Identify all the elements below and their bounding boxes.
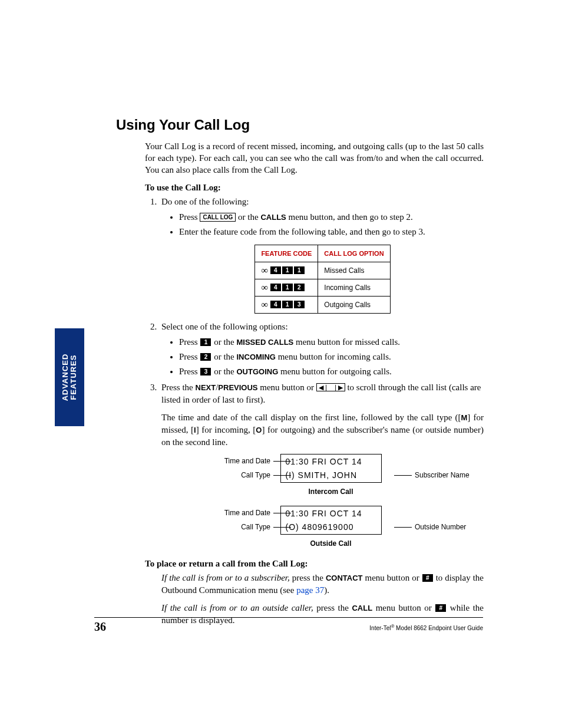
lcd-caption-outside: Outside Call: [161, 538, 500, 549]
lcd-label-time-date: Time and Date: [182, 507, 270, 519]
page-number: 36: [94, 620, 106, 634]
infinity-icon: ∞: [261, 282, 267, 292]
step1-lead: Do one of the following:: [161, 197, 249, 206]
feature-code-table: FEATURE CODE CALL LOG OPTION ∞411 Missed…: [254, 245, 390, 314]
infinity-icon: ∞: [261, 299, 267, 309]
step2-bullet1: Press 1 or the MISSED CALLS menu button …: [179, 336, 484, 348]
footer-text: Inter-Tel® Model 8662 Endpoint User Guid…: [369, 624, 483, 631]
missed-calls-menu-button: MISSED CALLS: [237, 338, 294, 347]
step2-lead: Select one of the following options:: [161, 322, 288, 331]
place-call-subscriber: If the call is from or to a subscriber, …: [161, 572, 484, 596]
key-1: 1: [200, 338, 211, 346]
step-2: Select one of the following options: Pre…: [159, 321, 484, 378]
lcd-line1: 01:30 FRI OCT 14: [281, 506, 381, 521]
step2-bullet3: Press 3 or the OUTGOING menu button for …: [179, 365, 484, 378]
lcd-line1: 01:30 FRI OCT 14: [281, 454, 381, 469]
section-title: Using Your Call Log: [116, 117, 250, 133]
outgoing-menu-button: OUTGOING: [237, 367, 279, 376]
lcd-label-subscriber-name: Subscriber Name: [415, 469, 503, 481]
lcd-line2: (O) 4809619000: [281, 520, 381, 534]
call-log-key: CALL LOG: [200, 213, 236, 222]
lcd-caption-intercom: Intercom Call: [161, 486, 500, 498]
lcd-label-call-type: Call Type: [182, 521, 270, 533]
calls-menu-button: CALLS: [260, 213, 286, 222]
side-tab-line2: FEATURES: [69, 354, 78, 400]
to-use-heading: To use the Call Log:: [145, 182, 484, 193]
page-footer: 36 Inter-Tel® Model 8662 Endpoint User G…: [94, 617, 483, 634]
hash-key: #: [422, 574, 433, 582]
step1-bullet2: Enter the feature code from the followin…: [179, 226, 484, 238]
step-3: Press the NEXT/PREVIOUS menu button or ◀…: [159, 381, 484, 549]
lcd-line2: (I) SMITH, JOHN: [281, 468, 381, 482]
table-header-call-log-option: CALL LOG OPTION: [318, 245, 390, 262]
step2-bullet2: Press 2 or the INCOMING menu button for …: [179, 351, 484, 363]
lcd-label-time-date: Time and Date: [182, 455, 270, 467]
steps-list: Do one of the following: Press CALL LOG …: [145, 196, 484, 549]
contact-menu-button: CONTACT: [326, 574, 363, 582]
key-3: 3: [200, 368, 211, 375]
step-1: Do one of the following: Press CALL LOG …: [159, 196, 484, 314]
key-2: 2: [200, 353, 211, 361]
lcd-label-call-type: Call Type: [182, 469, 270, 481]
lcd-intercom-example: Time and Date 01:30 FRI OCT 14 Call Type…: [161, 454, 500, 498]
table-row: ∞413 Outgoing Calls: [255, 297, 390, 314]
table-header-feature-code: FEATURE CODE: [255, 245, 318, 262]
lcd-label-outside-number: Outside Number: [415, 521, 503, 533]
call-menu-button: CALL: [352, 604, 372, 612]
previous-menu-button: PREVIOUS: [218, 383, 257, 392]
step1-bullet1: Press CALL LOG or the CALLS menu button,…: [179, 211, 484, 223]
table-row: ∞411 Missed Calls: [255, 262, 390, 279]
side-tab-advanced-features: ADVANCED FEATURES: [55, 328, 84, 426]
place-call-heading: To place or return a call from the Call …: [145, 558, 484, 569]
nav-arrows-icon: ◀︎❘❘▶︎: [316, 383, 345, 391]
step3-explain: The time and date of the call display on…: [161, 411, 484, 448]
page-37-link[interactable]: page 37: [296, 585, 324, 595]
next-menu-button: NEXT: [196, 383, 216, 392]
intro-paragraph: Your Call Log is a record of recent miss…: [145, 140, 484, 176]
hash-key: #: [435, 604, 446, 612]
infinity-icon: ∞: [261, 265, 267, 275]
incoming-menu-button: INCOMING: [237, 353, 276, 361]
table-row: ∞412 Incoming Calls: [255, 279, 390, 297]
side-tab-line1: ADVANCED: [61, 354, 70, 401]
lcd-outside-example: Time and Date 01:30 FRI OCT 14 Call Type…: [161, 506, 500, 549]
